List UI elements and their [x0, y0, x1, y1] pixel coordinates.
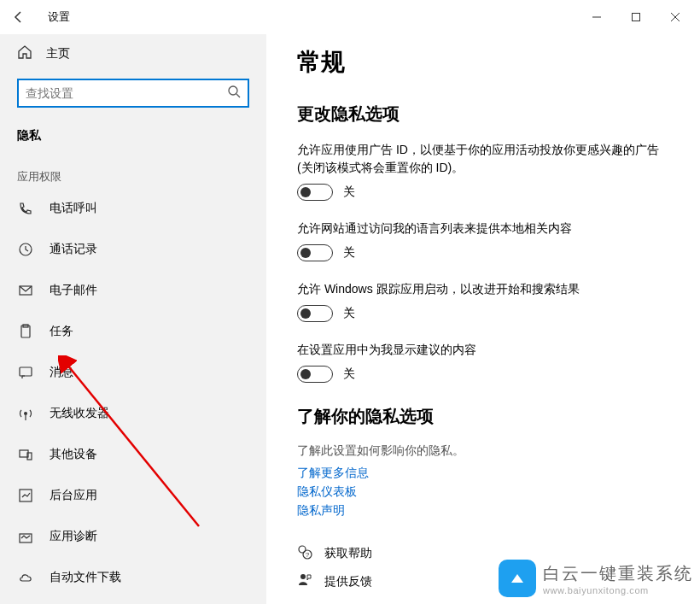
sidebar-item-label: 电子邮件 [50, 283, 97, 298]
email-icon [17, 283, 34, 298]
watermark-logo-icon [499, 560, 536, 597]
sidebar-item-phone-call[interactable]: 电话呼叫 [17, 188, 249, 229]
sidebar-item-label: 其他设备 [50, 447, 97, 462]
close-button[interactable] [656, 3, 695, 31]
setting-suggested-content: 在设置应用中为我显示建议的内容 关 [297, 341, 669, 383]
setting-desc: 允许网站通过访问我的语言列表来提供本地相关内容 [297, 220, 669, 237]
sidebar-item-label: 通话记录 [50, 242, 97, 257]
cloud-icon [17, 570, 34, 585]
sidebar-item-label: 任务 [50, 324, 73, 339]
main-content: 常规 更改隐私选项 允许应用使用广告 ID，以便基于你的应用活动投放你更感兴趣的… [266, 34, 700, 604]
toggle-label: 关 [343, 245, 355, 261]
sidebar-item-other-devices[interactable]: 其他设备 [17, 434, 249, 475]
learn-desc: 了解此设置如何影响你的隐私。 [297, 443, 669, 459]
section-header-permissions: 应用权限 [17, 169, 249, 185]
home-label: 主页 [46, 46, 70, 62]
help-icon: ? [297, 544, 312, 562]
sidebar-item-messaging[interactable]: 消息 [17, 352, 249, 393]
svg-point-9 [24, 412, 27, 415]
setting-desc: 在设置应用中为我显示建议的内容 [297, 341, 669, 359]
search-box[interactable] [17, 79, 249, 108]
close-icon [670, 12, 680, 22]
home-icon [17, 44, 32, 63]
maximize-button[interactable] [616, 3, 656, 31]
get-help-label: 获取帮助 [324, 546, 372, 561]
toggle-label: 关 [343, 306, 355, 321]
svg-rect-1 [633, 14, 640, 21]
setting-desc: 允许应用使用广告 ID，以便基于你的应用活动投放你更感兴趣的广告(关闭该模式将会… [297, 141, 669, 177]
svg-text:?: ? [306, 551, 310, 559]
sidebar: 主页 隐私 应用权限 电话呼叫 通话记录 电子邮件 任务 消息 [0, 34, 266, 604]
maximize-icon [631, 12, 641, 22]
history-icon [17, 242, 34, 257]
back-button[interactable] [5, 3, 32, 31]
toggle-track-launches[interactable] [297, 305, 333, 322]
sidebar-item-label: 无线收发器 [50, 406, 109, 421]
tasks-icon [17, 324, 34, 339]
diagnostics-icon [17, 529, 34, 544]
toggle-label: 关 [343, 367, 355, 382]
setting-language-list: 允许网站通过访问我的语言列表来提供本地相关内容 关 [297, 220, 669, 261]
group-title-learn: 了解你的隐私选项 [297, 405, 669, 428]
arrow-left-icon [12, 10, 26, 24]
phone-icon [17, 201, 34, 216]
section-header-privacy: 隐私 [17, 128, 249, 144]
group-title-change-options: 更改隐私选项 [297, 103, 669, 126]
sidebar-item-radios[interactable]: 无线收发器 [17, 393, 249, 434]
sidebar-item-label: 后台应用 [50, 488, 97, 503]
watermark-url: www.baiyunxitong.com [543, 585, 693, 595]
sidebar-item-call-history[interactable]: 通话记录 [17, 229, 249, 270]
search-input[interactable] [26, 86, 227, 100]
sidebar-item-label: 应用诊断 [50, 529, 97, 544]
message-icon [17, 365, 34, 380]
setting-ad-id: 允许应用使用广告 ID，以便基于你的应用活动投放你更感兴趣的广告(关闭该模式将会… [297, 141, 669, 201]
sidebar-item-app-diagnostics[interactable]: 应用诊断 [17, 516, 249, 557]
minimize-icon [592, 12, 602, 22]
setting-track-launches: 允许 Windows 跟踪应用启动，以改进开始和搜索结果 关 [297, 280, 669, 322]
titlebar: 设置 [0, 0, 700, 34]
feedback-label: 提供反馈 [324, 574, 372, 589]
link-learn-more[interactable]: 了解更多信息 [297, 466, 669, 481]
watermark-text: 白云一键重装系统 [543, 562, 693, 585]
sidebar-item-label: 电话呼叫 [50, 201, 97, 216]
search-icon [227, 85, 241, 102]
toggle-label: 关 [343, 185, 355, 200]
sidebar-item-email[interactable]: 电子邮件 [17, 270, 249, 311]
svg-rect-8 [20, 367, 32, 376]
sidebar-item-label: 自动文件下载 [50, 570, 121, 585]
setting-desc: 允许 Windows 跟踪应用启动，以改进开始和搜索结果 [297, 280, 669, 298]
background-icon [17, 488, 34, 503]
page-title: 常规 [297, 46, 669, 79]
radio-icon [17, 406, 34, 421]
feedback-icon [297, 572, 312, 590]
sidebar-item-background-apps[interactable]: 后台应用 [17, 475, 249, 516]
devices-icon [17, 447, 34, 462]
toggle-ad-id[interactable] [297, 184, 333, 201]
svg-point-18 [300, 574, 306, 579]
window-controls [577, 3, 695, 31]
sidebar-item-tasks[interactable]: 任务 [17, 311, 249, 352]
link-privacy-dashboard[interactable]: 隐私仪表板 [297, 484, 669, 500]
svg-point-2 [229, 86, 237, 95]
sidebar-item-label: 消息 [50, 365, 73, 380]
watermark: 白云一键重装系统 www.baiyunxitong.com [499, 560, 693, 597]
minimize-button[interactable] [577, 3, 616, 31]
link-privacy-statement[interactable]: 隐私声明 [297, 503, 669, 519]
window-title: 设置 [48, 9, 70, 25]
home-link[interactable]: 主页 [17, 34, 249, 79]
toggle-language-list[interactable] [297, 244, 333, 261]
svg-line-3 [236, 94, 240, 97]
toggle-suggested-content[interactable] [297, 366, 333, 383]
sidebar-item-auto-downloads[interactable]: 自动文件下载 [17, 557, 249, 598]
